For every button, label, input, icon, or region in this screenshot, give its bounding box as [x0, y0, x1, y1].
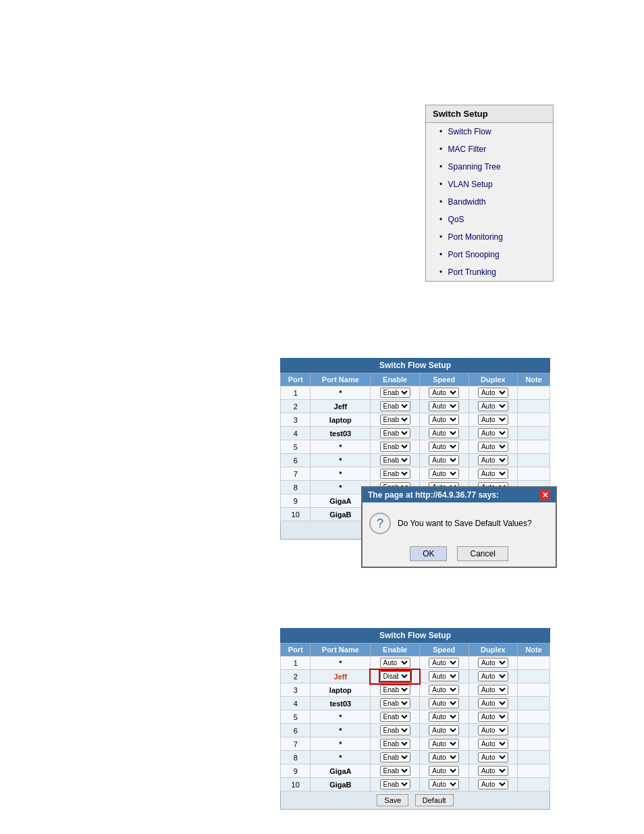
duplex-select[interactable]: Auto Full Half	[478, 725, 508, 735]
enable-cell[interactable]: Enable Disabled Auto	[371, 751, 420, 764]
duplex-select[interactable]: Auto Full Half	[478, 401, 508, 411]
duplex-select[interactable]: Auto Full Half	[478, 685, 508, 695]
enable-select[interactable]: Enable Disabled	[380, 455, 410, 465]
speed-cell[interactable]: Auto 10M 100M	[419, 440, 468, 454]
menu-item-switch-flow[interactable]: • Switch Flow	[426, 123, 553, 140]
enable-select[interactable]: Enable Disabled Auto	[380, 766, 410, 776]
duplex-cell[interactable]: Auto Full Half	[468, 737, 518, 751]
speed-cell[interactable]: Auto 10M 100M	[419, 427, 468, 440]
speed-cell[interactable]: Auto 10M 100M	[419, 454, 468, 467]
enable-cell[interactable]: Enable Disabled Auto	[371, 656, 420, 670]
menu-item-qos[interactable]: • QoS	[426, 211, 553, 228]
duplex-select[interactable]: Auto Full Half	[478, 671, 508, 681]
speed-select[interactable]: Auto 10M 100M	[429, 685, 459, 695]
duplex-cell[interactable]: Auto Full Half	[468, 670, 518, 683]
duplex-cell[interactable]: Auto Full Half	[468, 440, 518, 454]
speed-select[interactable]: Auto 10M 100M	[429, 469, 459, 479]
duplex-select[interactable]: Auto Full Half	[478, 698, 508, 708]
default-button-2[interactable]: Default	[415, 794, 454, 806]
duplex-cell[interactable]: Auto Full Half	[468, 710, 518, 724]
speed-select[interactable]: Auto 10M 100M	[429, 455, 459, 465]
speed-select[interactable]: Auto 10M 100M	[429, 739, 459, 749]
duplex-select[interactable]: Auto Full Half	[478, 455, 508, 465]
enable-cell[interactable]: Enable Disabled Auto	[371, 724, 420, 737]
speed-cell[interactable]: Auto 10M 100M	[419, 670, 468, 683]
speed-cell[interactable]: Auto 10M 100M	[419, 697, 468, 710]
speed-cell[interactable]: Auto 10M 100M	[419, 737, 468, 751]
duplex-cell[interactable]: Auto Full Half	[468, 386, 518, 400]
speed-select[interactable]: Auto 10M 100M	[429, 428, 459, 438]
enable-cell[interactable]: Enable Disabled Auto	[371, 670, 420, 683]
enable-cell[interactable]: Enable Disabled	[371, 440, 420, 454]
ok-button[interactable]: OK	[410, 546, 447, 561]
duplex-cell[interactable]: Auto Full Half	[468, 778, 518, 791]
speed-select[interactable]: Auto 10M 100M	[429, 401, 459, 411]
speed-select[interactable]: Auto 10M 100M	[429, 752, 459, 762]
enable-select[interactable]: Enable Disabled	[380, 415, 410, 425]
duplex-cell[interactable]: Auto Full Half	[468, 697, 518, 710]
enable-cell[interactable]: Enable Disabled Auto	[371, 737, 420, 751]
duplex-select[interactable]: Auto Full Half	[478, 752, 508, 762]
speed-select[interactable]: Auto 10M 100M	[429, 712, 459, 722]
duplex-cell[interactable]: Auto Full Half	[468, 427, 518, 440]
enable-select[interactable]: Enable Disabled Auto	[380, 779, 410, 789]
duplex-select[interactable]: Auto Full Half	[478, 469, 508, 479]
dialog-close-button[interactable]: ✕	[539, 490, 550, 500]
speed-cell[interactable]: Auto 10M 100M	[419, 386, 468, 400]
menu-item-port-snooping[interactable]: • Port Snooping	[426, 246, 553, 263]
speed-select[interactable]: Auto 10M 100M	[429, 698, 459, 708]
enable-cell[interactable]: Enable Disabled Auto	[371, 778, 420, 791]
speed-cell[interactable]: Auto 10M 100M	[419, 656, 468, 670]
duplex-cell[interactable]: Auto Full Half	[468, 400, 518, 413]
duplex-select[interactable]: Auto Full Half	[478, 415, 508, 425]
duplex-cell[interactable]: Auto Full Half	[468, 454, 518, 467]
speed-cell[interactable]: Auto 10M 100M	[419, 778, 468, 791]
speed-select[interactable]: Auto 10M 100M	[429, 388, 459, 398]
enable-select[interactable]: Enable Disabled	[380, 428, 410, 438]
speed-select[interactable]: Auto 10M 100M	[429, 415, 459, 425]
enable-cell[interactable]: Enable Disabled	[371, 467, 420, 481]
speed-cell[interactable]: Auto 10M 100M	[419, 751, 468, 764]
duplex-select[interactable]: Auto Full Half	[478, 779, 508, 789]
enable-select[interactable]: Enable Disabled Auto	[380, 739, 410, 749]
speed-select[interactable]: Auto 10M 100M	[429, 671, 459, 681]
enable-select[interactable]: Enable Disabled Auto	[380, 725, 410, 735]
speed-cell[interactable]: Auto 10M 100M	[419, 467, 468, 481]
enable-select[interactable]: Enable Disabled	[380, 401, 410, 411]
speed-select[interactable]: Auto 10M 100M	[429, 779, 459, 789]
enable-cell[interactable]: Enable Disabled	[371, 400, 420, 413]
duplex-select[interactable]: Auto Full Half	[478, 766, 508, 776]
enable-select[interactable]: Enable Disabled Auto	[380, 712, 410, 722]
duplex-cell[interactable]: Auto Full Half	[468, 413, 518, 427]
speed-select[interactable]: Auto 10M 100M	[429, 766, 459, 776]
enable-select[interactable]: Enable Disabled	[380, 442, 410, 452]
duplex-select[interactable]: Auto Full Half	[478, 739, 508, 749]
duplex-cell[interactable]: Auto Full Half	[468, 683, 518, 697]
enable-cell[interactable]: Enable Disabled Auto	[371, 683, 420, 697]
enable-cell[interactable]: Enable Disabled	[371, 427, 420, 440]
enable-cell[interactable]: Enable Disabled	[371, 454, 420, 467]
enable-cell[interactable]: Enable Disabled Auto	[371, 710, 420, 724]
save-button-2[interactable]: Save	[377, 794, 408, 806]
cancel-button[interactable]: Cancel	[457, 546, 508, 561]
enable-select[interactable]: Enable Disabled Auto	[380, 685, 410, 695]
speed-cell[interactable]: Auto 10M 100M	[419, 400, 468, 413]
duplex-cell[interactable]: Auto Full Half	[468, 467, 518, 481]
speed-cell[interactable]: Auto 10M 100M	[419, 764, 468, 778]
menu-item-mac-filter[interactable]: • MAC Filter	[426, 140, 553, 158]
menu-item-vlan-setup[interactable]: • VLAN Setup	[426, 176, 553, 193]
menu-item-bandwidth[interactable]: • Bandwidth	[426, 193, 553, 211]
duplex-cell[interactable]: Auto Full Half	[468, 764, 518, 778]
enable-select[interactable]: Enable Disabled Auto	[380, 671, 410, 681]
enable-cell[interactable]: Enable Disabled Auto	[371, 697, 420, 710]
enable-cell[interactable]: Enable Disabled	[371, 413, 420, 427]
enable-cell[interactable]: Enable Disabled Auto	[371, 764, 420, 778]
duplex-select[interactable]: Auto Full Half	[478, 428, 508, 438]
menu-item-port-trunking[interactable]: • Port Trunking	[426, 263, 553, 281]
menu-item-spanning-tree[interactable]: • Spanning Tree	[426, 158, 553, 176]
speed-cell[interactable]: Auto 10M 100M	[419, 710, 468, 724]
enable-select[interactable]: Enable Disabled Auto	[380, 752, 410, 762]
enable-select[interactable]: Enable Disabled	[380, 388, 410, 398]
speed-select[interactable]: Auto 10M 100M	[429, 658, 459, 668]
menu-item-port-monitoring[interactable]: • Port Monitoring	[426, 228, 553, 246]
